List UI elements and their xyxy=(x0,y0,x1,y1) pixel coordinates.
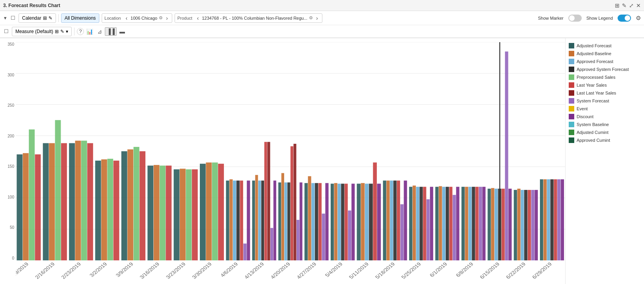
legend-label-5: Last Year Sales xyxy=(577,83,607,87)
collapse-btn[interactable]: ▾ xyxy=(3,14,7,22)
svg-rect-121 xyxy=(524,190,527,260)
svg-text:3/30/2019: 3/30/2019 xyxy=(191,261,213,280)
svg-rect-62 xyxy=(300,182,302,260)
svg-rect-83 xyxy=(383,180,386,260)
svg-text:5/11/2019: 5/11/2019 xyxy=(348,261,370,280)
svg-rect-52 xyxy=(267,142,270,260)
chart-type-bar-grouped[interactable]: ▐▐ xyxy=(105,27,117,36)
legend-item: Preprocessed Sales xyxy=(569,74,641,80)
svg-rect-20 xyxy=(95,161,101,260)
y-label-250: 250 xyxy=(7,103,14,108)
svg-rect-65 xyxy=(311,183,315,260)
svg-rect-18 xyxy=(81,141,87,260)
svg-rect-86 xyxy=(393,180,396,260)
svg-rect-113 xyxy=(495,189,498,260)
svg-rect-91 xyxy=(413,186,416,260)
svg-rect-30 xyxy=(160,165,166,260)
svg-rect-71 xyxy=(334,183,337,260)
legend-item: Last Year Sales xyxy=(569,82,641,88)
row2-panel-btn[interactable]: ☐ xyxy=(3,28,9,35)
y-label-200: 200 xyxy=(7,134,14,138)
measure-btn[interactable]: Measure (Default) ⊞ ✎ ▾ xyxy=(12,27,72,36)
chart-main: 350 300 250 200 150 100 50 0 xyxy=(0,38,565,284)
legend-color-2 xyxy=(569,59,574,64)
legend-item: Adjusted Baseline xyxy=(569,51,641,56)
edit-icon[interactable]: ✎ xyxy=(622,2,627,9)
svg-rect-122 xyxy=(528,190,531,260)
legend-color-9 xyxy=(569,114,574,119)
legend-label-9: Discount xyxy=(577,114,594,119)
svg-rect-8 xyxy=(17,154,22,260)
svg-rect-101 xyxy=(449,187,452,260)
svg-rect-115 xyxy=(501,189,504,260)
svg-rect-64 xyxy=(308,176,311,260)
panel-toggle-btn[interactable]: ☐ xyxy=(10,14,16,22)
show-legend-toggle[interactable] xyxy=(618,15,631,22)
chart-type-bar-stacked[interactable]: ▬ xyxy=(117,27,127,36)
close-icon[interactable]: ✕ xyxy=(636,2,641,9)
svg-rect-74 xyxy=(344,184,348,260)
product-next-btn[interactable]: › xyxy=(315,15,320,21)
location-text: 1006 Chicago xyxy=(130,16,157,20)
legend-color-12 xyxy=(569,137,574,143)
legend-panel: Adjusted Forecast Adjusted Baseline Appr… xyxy=(565,38,644,284)
svg-text:6/8/2019: 6/8/2019 xyxy=(455,261,475,278)
svg-rect-104 xyxy=(462,187,465,260)
svg-rect-42 xyxy=(233,180,236,260)
svg-text:4/13/2019: 4/13/2019 xyxy=(243,261,265,280)
grid-icon[interactable]: ⊞ xyxy=(615,2,620,9)
svg-rect-106 xyxy=(468,187,471,260)
legend-label-1: Adjusted Baseline xyxy=(577,51,611,56)
svg-rect-108 xyxy=(475,187,478,260)
location-prev-btn[interactable]: ‹ xyxy=(124,15,129,21)
legend-label-10: System Baseline xyxy=(577,122,609,127)
svg-rect-88 xyxy=(400,204,404,260)
svg-text:2/23/2019: 2/23/2019 xyxy=(60,261,82,280)
svg-rect-125 xyxy=(540,179,543,260)
y-label-100: 100 xyxy=(7,195,14,199)
location-label: Location xyxy=(104,16,121,20)
chart-type-line[interactable]: ⊿ xyxy=(95,27,104,36)
svg-text:3/2/2019: 3/2/2019 xyxy=(88,261,108,278)
settings-icon[interactable]: ⚙ xyxy=(636,15,641,22)
svg-text:6/1/2019: 6/1/2019 xyxy=(428,261,448,278)
svg-rect-21 xyxy=(101,160,107,260)
svg-rect-95 xyxy=(426,199,430,260)
svg-rect-96 xyxy=(430,187,433,260)
svg-text:2/9/2019: 2/9/2019 xyxy=(16,261,30,278)
show-marker-toggle[interactable] xyxy=(568,15,582,22)
location-next-btn[interactable]: › xyxy=(164,15,169,21)
svg-text:3/16/2019: 3/16/2019 xyxy=(138,261,160,280)
product-prev-btn[interactable]: ‹ xyxy=(195,15,201,21)
svg-rect-13 xyxy=(49,143,55,260)
svg-rect-70 xyxy=(331,184,334,260)
chart-area-icon: 📊 xyxy=(86,28,93,35)
svg-rect-26 xyxy=(134,147,140,260)
resize-icon[interactable]: ⤢ xyxy=(629,2,634,9)
svg-rect-17 xyxy=(75,141,81,260)
svg-rect-25 xyxy=(127,149,133,260)
svg-rect-9 xyxy=(23,153,29,260)
svg-rect-15 xyxy=(61,143,67,260)
svg-rect-123 xyxy=(531,190,534,260)
calendar-btn[interactable]: Calendar ⊞ ✎ xyxy=(19,13,56,23)
calendar-cluster-icon: ⊞ xyxy=(43,15,47,21)
svg-rect-39 xyxy=(218,164,224,260)
calendar-label: Calendar xyxy=(22,15,41,21)
legend-item: Discount xyxy=(569,114,641,119)
legend-label-7: System Forecast xyxy=(577,98,609,103)
legend-item: Approved Forecast xyxy=(569,59,641,64)
svg-rect-53 xyxy=(270,228,273,260)
all-dimensions-btn[interactable]: All Dimensions xyxy=(61,13,99,23)
help-icon[interactable]: ? xyxy=(77,28,84,35)
svg-rect-59 xyxy=(290,146,293,260)
product-nav: Product ‹ 1234768 - PL - 100% Columbian … xyxy=(175,13,322,23)
legend-label-0: Adjusted Forecast xyxy=(577,43,612,48)
svg-rect-110 xyxy=(482,187,486,260)
svg-rect-130 xyxy=(557,179,560,260)
toolbar-rows: ▾ ☐ Calendar ⊞ ✎ All Dimensions Location… xyxy=(0,11,644,38)
svg-rect-48 xyxy=(255,175,258,260)
svg-rect-79 xyxy=(365,184,369,260)
svg-rect-118 xyxy=(514,190,517,260)
svg-rect-85 xyxy=(390,180,393,260)
